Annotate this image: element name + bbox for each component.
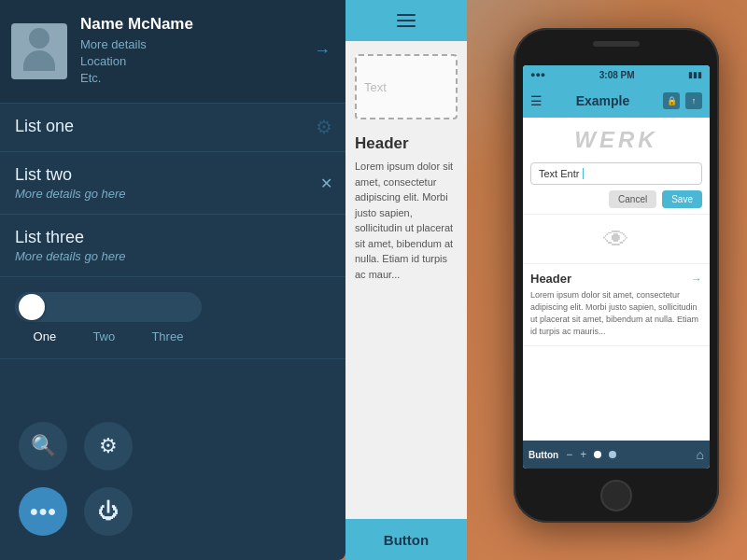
list-item-3[interactable]: List three More details go here [0,215,345,277]
nav-title: Example [576,93,630,108]
cancel-button[interactable]: Cancel [609,190,656,208]
battery-icon: ▮▮▮ [688,70,702,79]
toggle-labels: One Two Three [15,329,202,343]
mid-body-text: Lorem ipsum dolor sit amet, consectetur … [355,159,458,282]
list-item-3-title: List three [15,228,331,247]
list-item-2[interactable]: List two More details go here ✕ [0,152,345,215]
list-item-1-title: List one [15,117,331,136]
gear-icon: ⚙ [316,116,332,138]
avatar [11,23,67,79]
profile-arrow-icon[interactable]: → [314,41,331,61]
nav-icons: 🔒 ↑ [663,92,702,109]
time-display: 3:08 PM [599,70,635,80]
phone-home-button[interactable] [600,480,632,511]
phone-screen: ●●● 3:08 PM ▮▮▮ ☰ Example 🔒 ↑ WERK ✎ Tex… [523,65,710,469]
list-item-1[interactable]: List one ⚙ [0,104,345,152]
toggle-thumb [19,294,45,320]
settings-button[interactable]: ⚙ [84,422,133,470]
list-item-2-title: List two [15,165,331,185]
toggle-label-two[interactable]: Two [92,329,115,343]
status-bar: ●●● 3:08 PM ▮▮▮ [523,65,710,84]
profile-name: Name McName [80,15,301,34]
mid-bottom-bar[interactable]: Button [345,519,467,560]
toggle-track[interactable] [15,292,202,322]
mid-top-bar [345,0,467,41]
werk-logo-section: WERK ✎ [523,118,710,157]
profile-detail-2: Location [80,53,301,70]
mid-text-placeholder: Text [364,80,387,94]
dot-indicator-1 [594,451,601,458]
toggle-label-one[interactable]: One [34,329,57,343]
lock-icon[interactable]: 🔒 [663,92,680,109]
signal-indicator: ●●● [530,70,545,79]
avatar-silhouette [21,28,58,75]
profile-header[interactable]: Name McName More details Location Etc. → [0,0,345,104]
plus-icon[interactable]: + [580,448,586,461]
close-icon[interactable]: ✕ [320,174,332,191]
battery-indicator: ▮▮▮ [688,70,702,79]
avatar-head [29,28,49,49]
mid-section-title: Header [355,134,458,153]
toggle-section: One Two Three [0,277,345,359]
avatar-body [23,50,55,71]
eye-icon: 👁 [603,224,629,255]
dot-indicator-2 [609,451,616,458]
home-icon[interactable]: ⌂ [697,447,704,462]
edit-icon[interactable]: ✎ [687,108,697,121]
phone-speaker [593,41,640,47]
eye-section: 👁 [523,214,710,264]
profile-detail-1: More details [80,36,301,53]
section-title: Header [530,272,571,286]
left-panel: Name McName More details Location Etc. →… [0,0,345,560]
mid-button-label: Button [384,532,429,548]
action-buttons: Cancel Save [530,190,702,208]
power-button[interactable]: ⏻ [84,487,133,536]
nav-hamburger-icon[interactable]: ☰ [530,93,543,108]
section-header-row: Header → [530,272,702,286]
section-arrow-icon: → [691,273,702,286]
phone-toolbar: Button − + ⌂ [523,441,710,469]
signal-icon: ●●● [530,70,545,79]
text-input-box[interactable]: Text Entr [530,162,702,185]
section-body-text: Lorem ipsum dolor sit amet, consectetur … [530,289,702,338]
phone-nav-bar: ☰ Example 🔒 ↑ [523,84,710,118]
werk-logo-text: WERK [574,127,657,152]
toolbar-button-label[interactable]: Button [529,450,558,460]
bottom-icons: 🔍 ⚙ ●●● ⏻ [0,401,345,560]
toggle-label-three[interactable]: Three [151,329,183,343]
text-input-area: Text Entr [530,162,702,185]
phone-header-section: Header → Lorem ipsum dolor sit amet, con… [523,264,710,346]
middle-panel: Text Header Lorem ipsum dolor sit amet, … [345,0,467,560]
phone-device: ●●● 3:08 PM ▮▮▮ ☰ Example 🔒 ↑ WERK ✎ Tex… [514,28,719,523]
list-item-3-subtitle: More details go here [15,249,331,263]
search-button[interactable]: 🔍 [19,422,67,470]
mid-text-box[interactable]: Text [355,54,458,119]
minus-icon[interactable]: − [566,448,572,461]
text-cursor [583,168,584,179]
dots-button[interactable]: ●●● [19,487,67,536]
hamburger-icon[interactable] [397,14,416,27]
save-button[interactable]: Save [662,190,702,208]
mid-header-section: Header Lorem ipsum dolor sit amet, conse… [345,119,467,282]
list-item-2-subtitle: More details go here [15,187,331,201]
profile-info: Name McName More details Location Etc. [80,15,301,88]
input-value: Text Entr [539,168,579,179]
profile-detail-3: Etc. [80,70,301,87]
upload-icon[interactable]: ↑ [685,92,702,109]
